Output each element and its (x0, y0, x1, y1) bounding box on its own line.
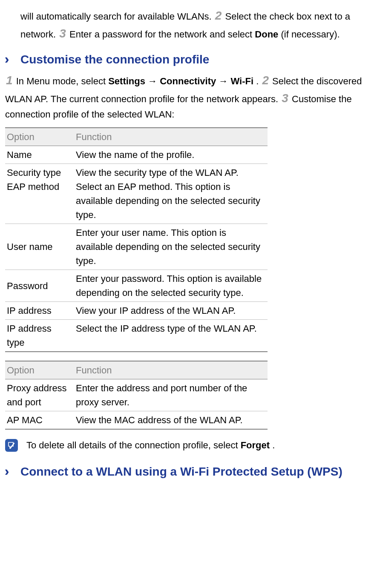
step-number-2: 2 (261, 74, 270, 87)
note-text-part: To delete all details of the connection … (26, 440, 241, 450)
step-number-3: 3 (281, 92, 289, 105)
note-block: To delete all details of the connection … (5, 438, 372, 452)
section-heading-wps: ›› Connect to a WLAN using a Wi-Fi Prote… (5, 461, 372, 481)
option-cell: IP address (5, 302, 74, 320)
table-row: AP MAC View the MAC address of the WLAN … (5, 411, 268, 430)
function-cell: View the name of the profile. (74, 146, 268, 164)
section-heading-customise: ›› Customise the connection profile (5, 49, 372, 69)
note-text-part: . (272, 440, 275, 450)
options-table-1: Option Function Name View the name of th… (5, 127, 268, 352)
table-row: IP address View your IP address of the W… (5, 302, 268, 320)
step-number-2: 2 (214, 9, 223, 22)
chevron-icon: ›› (5, 49, 20, 69)
path-connectivity: Connectivity (160, 76, 216, 86)
arrow: → (148, 76, 157, 86)
intro-text: will automatically search for available … (20, 11, 214, 22)
function-cell: Enter your user name. This option is ava… (74, 224, 268, 270)
chevron-icon: ›› (5, 461, 20, 481)
step-number-1: 1 (5, 74, 14, 87)
option-cell: Security type EAP method (5, 164, 74, 224)
table-row: Password Enter your password. This optio… (5, 270, 268, 302)
function-cell: View the MAC address of the WLAN AP. (74, 411, 268, 430)
function-cell: Enter your password. This option is avai… (74, 270, 268, 302)
intro-paragraph: will automatically search for available … (20, 7, 372, 43)
function-cell: View the security type of the WLAN AP. S… (74, 164, 268, 224)
table-header-option: Option (5, 361, 74, 379)
table-row: IP address type Select the IP address ty… (5, 320, 268, 352)
note-icon (5, 439, 18, 452)
intro-text: (if necessary). (281, 29, 340, 40)
function-cell: Enter the address and port number of the… (74, 379, 268, 411)
text: In Menu mode, select (16, 76, 108, 86)
done-label: Done (255, 29, 278, 40)
arrow: → (219, 76, 228, 86)
option-cell: IP address type (5, 320, 74, 352)
option-cell: Proxy address and port (5, 379, 74, 411)
path-settings: Settings (108, 76, 145, 86)
section-title: Customise the connection profile (20, 51, 209, 69)
table-row: Security type EAP method View the securi… (5, 164, 268, 224)
table-row: Name View the name of the profile. (5, 146, 268, 164)
table-row: Proxy address and port Enter the address… (5, 379, 268, 411)
text: . (256, 76, 261, 86)
table-header-function: Function (74, 128, 268, 146)
option-cell: Name (5, 146, 74, 164)
step-number-3: 3 (58, 27, 67, 40)
function-cell: View your IP address of the WLAN AP. (74, 302, 268, 320)
section-title: Connect to a WLAN using a Wi-Fi Protecte… (20, 464, 342, 479)
path-wifi: Wi-Fi (230, 76, 253, 86)
table-header-function: Function (74, 361, 268, 379)
table-row: User name Enter your user name. This opt… (5, 224, 268, 270)
option-cell: AP MAC (5, 411, 74, 430)
option-cell: Password (5, 270, 74, 302)
note-text: To delete all details of the connection … (26, 438, 275, 452)
options-table-2: Option Function Proxy address and port E… (5, 361, 268, 430)
section1-paragraph: 1 In Menu mode, select Settings → Connec… (5, 72, 372, 121)
forget-label: Forget (241, 440, 270, 450)
option-cell: User name (5, 224, 74, 270)
intro-text: Enter a password for the network and sel… (69, 29, 255, 40)
table-header-option: Option (5, 128, 74, 146)
function-cell: Select the IP address type of the WLAN A… (74, 320, 268, 352)
